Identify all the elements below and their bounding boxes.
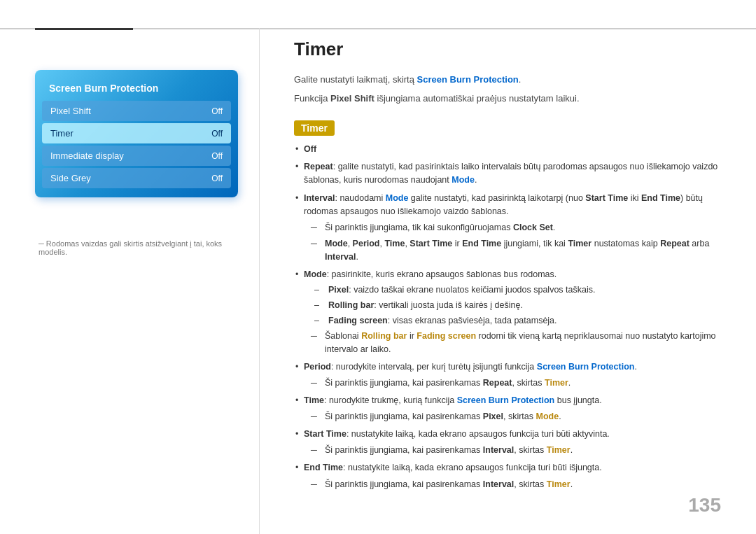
bullet-end-time: End Time: nustatykite laiką, kada ekrano… [294,461,721,491]
mode-pixel: Pixel: vaizdo taškai ekrane nuolatos kei… [314,283,721,297]
page-title: Timer [294,38,721,60]
sidebar-accent [35,28,133,30]
pixel-shift-value: Off [211,106,223,116]
time-sub-1: Ši parinktis įjungiama, kai pasirenkamas… [311,410,721,423]
mode-sub-list: Pixel: vaizdo taškai ekrane nuolatos kei… [314,283,721,327]
immediate-display-value: Off [211,151,223,161]
mode-fading: Fading screen: visas ekranas pašviesėja,… [314,314,721,328]
period-sub-1: Ši parinktis įjungiama, kai pasirenkamas… [311,377,721,390]
interval-sub-2: Mode, Period, Time, Start Time ir End Ti… [311,237,721,264]
page-number: 135 [688,494,721,517]
timer-label: Timer [50,128,74,139]
bullet-repeat: Repeat: galite nustatyti, kad pasirinkta… [294,160,721,188]
side-grey-value: Off [211,174,223,183]
bullet-interval: Interval: naudodami Mode galite nustatyt… [294,192,721,264]
bullet-list: Off Repeat: galite nustatyti, kad pasiri… [294,143,721,491]
period-sub-list: Ši parinktis įjungiama, kai pasirenkamas… [311,377,721,390]
start-time-sub-1: Ši parinktis įjungiama, kai pasirenkamas… [311,444,721,457]
highlight-screen-burn: Screen Burn Protection [417,74,519,85]
mode-rolling: Rolling bar: vertikali juosta juda iš ka… [314,299,721,312]
mode-note-list: Šablonai Rolling bar ir Fading screen ro… [311,330,721,356]
interval-sub-1: Ši parinktis įjungiama, tik kai sukonfig… [311,221,721,234]
timer-value: Off [211,129,223,139]
sidebar-note: Rodomas vaizdas gali skirtis atsižvelgia… [35,239,238,256]
menu-item-timer[interactable]: Timer Off [42,123,231,143]
end-time-sub-1: Ši parinktis įjungiama, kai pasirenkamas… [311,478,721,491]
mode-note: Šablonai Rolling bar ir Fading screen ro… [311,330,721,356]
interval-sub-list: Ši parinktis įjungiama, tik kai sukonfig… [311,221,721,263]
bullet-period: Period: nurodykite intervalą, per kurį t… [294,360,721,390]
bullet-mode: Mode: pasirinkite, kuris ekrano apsaugos… [294,268,721,356]
immediate-display-label: Immediate display [50,150,124,161]
intro-text-2: Funkcija Pixel Shift išjungiama automati… [294,92,721,106]
menu-box: Screen Burn Protection Pixel Shift Off T… [35,70,238,197]
menu-title: Screen Burn Protection [42,77,231,101]
page-container: Screen Burn Protection Pixel Shift Off T… [0,0,756,534]
time-sub-list: Ši parinktis įjungiama, kai pasirenkamas… [311,410,721,423]
pixel-shift-label: Pixel Shift [50,106,91,116]
bullet-time: Time: nurodykite trukmę, kurią funkcija … [294,394,721,423]
start-time-sub-list: Ši parinktis įjungiama, kai pasirenkamas… [311,444,721,457]
end-time-sub-list: Ši parinktis įjungiama, kai pasirenkamas… [311,478,721,491]
highlight-pixel-shift: Pixel Shift [330,93,374,104]
side-grey-label: Side Grey [50,173,91,183]
menu-item-side-grey[interactable]: Side Grey Off [42,168,231,188]
section-heading: Timer [294,120,335,136]
intro-text-1: Galite nustatyti laikmatį, skirtą Screen… [294,73,721,87]
bullet-off: Off [294,143,721,156]
menu-item-pixel-shift[interactable]: Pixel Shift Off [42,101,231,121]
bullet-start-time: Start Time: nustatykite laiką, kada ekra… [294,428,721,457]
menu-item-immediate-display[interactable]: Immediate display Off [42,146,231,166]
main-content: Timer Galite nustatyti laikmatį, skirtą … [266,0,756,534]
sidebar: Screen Burn Protection Pixel Shift Off T… [0,0,266,534]
